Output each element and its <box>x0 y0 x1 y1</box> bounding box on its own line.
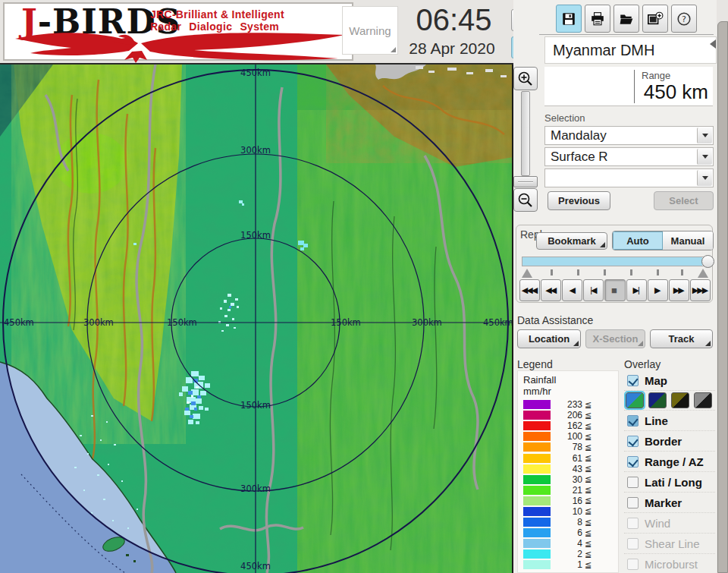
legend-item: 162≦ <box>523 420 618 431</box>
replay-slider-fill <box>522 257 702 266</box>
image-add-icon <box>647 11 664 27</box>
select-button[interactable]: Select <box>654 191 714 210</box>
border-checkbox[interactable] <box>627 436 639 447</box>
fast-rewind-3-button[interactable]: ◀◀◀ <box>519 279 540 301</box>
step-forward-button[interactable]: ▶| <box>626 279 647 301</box>
print-button[interactable] <box>585 5 610 33</box>
location-label: Location <box>529 333 570 345</box>
overlay-row-shear-line: Shear Line <box>624 534 715 554</box>
bookmark-label: Bookmark <box>548 235 596 247</box>
xsection-grip <box>638 341 643 346</box>
overlay-row-line[interactable]: Line <box>624 411 715 431</box>
extra-dropdown[interactable] <box>544 168 714 187</box>
legend-value: 4 <box>551 538 582 549</box>
legend-value: 21 <box>551 485 582 496</box>
overlay-item-label: Shear Line <box>645 537 700 550</box>
zoom-out-button[interactable] <box>513 188 538 212</box>
fast-forward-2-button[interactable]: ▶▶ <box>669 279 689 301</box>
overlay-row-marker[interactable]: Marker <box>624 493 715 513</box>
xsection-button[interactable]: X-Section <box>585 329 645 348</box>
legend-value: 233 <box>551 399 582 410</box>
map-style-swatches <box>624 391 715 411</box>
product-dropdown[interactable]: Surface R <box>544 147 714 166</box>
line-checkbox[interactable] <box>627 415 639 427</box>
map-style-4[interactable] <box>694 392 712 408</box>
site-dropdown[interactable]: Mandalay <box>544 126 714 145</box>
replay-slider[interactable] <box>522 257 708 266</box>
range-divider <box>634 70 635 103</box>
range-az-checkbox[interactable] <box>627 456 639 468</box>
save-button[interactable] <box>556 5 582 33</box>
radar-map[interactable]: 450km 300km 150km 150km 300km 450km 450k… <box>0 65 513 573</box>
overlay-row-microburst: Microburst <box>624 554 715 573</box>
map-style-2[interactable] <box>648 392 667 408</box>
legend-item: 1≦ <box>523 559 618 570</box>
help-button[interactable]: ? <box>671 5 697 33</box>
zoom-in-button[interactable] <box>513 67 538 90</box>
ring-label: 300km <box>240 145 271 156</box>
overlay-row-range-az[interactable]: Range / AZ <box>624 452 715 472</box>
legend-label: Legend <box>517 358 553 370</box>
jbirds-app: J-BIRDS JRC-Brilliant & Intelligent Rada… <box>0 0 728 573</box>
fast-forward-3-button[interactable]: ▶▶▶ <box>690 279 711 301</box>
track-label: Track <box>669 333 695 345</box>
manual-tab[interactable]: Manual <box>663 231 713 250</box>
legend-value: 10 <box>551 506 582 517</box>
overlay-label: Overlay <box>624 358 661 370</box>
map-checkbox[interactable] <box>627 375 639 386</box>
map-style-1[interactable] <box>626 392 644 408</box>
replay-slider-handle[interactable] <box>701 255 714 268</box>
overlay-row-border[interactable]: Border <box>624 431 715 452</box>
legend-operator: ≦ <box>585 485 592 495</box>
clock-time: 06:45 <box>403 3 505 37</box>
overlay-row-map[interactable]: Map <box>624 370 715 391</box>
map-zoom-control <box>513 67 540 213</box>
zoom-out-icon <box>517 192 534 209</box>
tick <box>577 269 579 275</box>
overlay-item-label: Marker <box>645 496 682 509</box>
legend-value: 61 <box>551 453 582 464</box>
bookmark-button[interactable]: Bookmark <box>536 232 607 250</box>
legend-item: 10≦ <box>523 506 618 517</box>
auto-tab[interactable]: Auto <box>613 231 663 250</box>
warning-button[interactable]: Warning <box>342 6 398 55</box>
open-folder-button[interactable] <box>613 5 639 33</box>
legend-value: 100 <box>551 431 582 442</box>
capture-button[interactable] <box>642 5 668 33</box>
product-dropdown-button[interactable] <box>697 149 712 165</box>
location-button[interactable]: Location <box>517 329 581 348</box>
track-button[interactable]: Track <box>650 329 713 348</box>
legend-operator: ≦ <box>585 464 592 474</box>
zoom-slider-handle[interactable] <box>513 176 538 187</box>
data-assistance-label: Data Assistance <box>517 314 593 326</box>
map-style-3[interactable] <box>671 392 689 408</box>
track-grip <box>705 341 711 346</box>
replay-mode-switch: Auto Manual <box>612 231 714 250</box>
zoom-slider-track[interactable] <box>521 91 530 176</box>
tick <box>604 269 606 275</box>
play-button[interactable]: ▶ <box>648 279 668 301</box>
previous-button[interactable]: Previous <box>548 191 610 210</box>
ring-label: 450km <box>483 317 513 328</box>
overlay-row-lati-long[interactable]: Lati / Long <box>624 472 715 493</box>
overlay-item-label: Line <box>645 414 668 427</box>
step-back-button[interactable]: |◀ <box>583 279 604 301</box>
legend-color <box>523 454 551 463</box>
collapse-left-icon[interactable] <box>710 39 716 49</box>
marker-checkbox[interactable] <box>627 497 639 508</box>
fast-rewind-2-button[interactable]: ◀◀ <box>541 279 561 301</box>
play-backward-button[interactable]: ◀ <box>562 279 582 301</box>
panel-collapse-strip[interactable] <box>717 21 728 573</box>
overlay-item-label: Microburst <box>645 558 698 571</box>
ring-label: 450km <box>240 68 271 78</box>
site-dropdown-button[interactable] <box>697 128 712 143</box>
toolbar-separator <box>539 34 714 35</box>
legend-item: 100≦ <box>523 431 618 442</box>
extra-dropdown-button[interactable] <box>697 170 712 186</box>
playback-controls: ◀◀◀ ◀◀ ◀ |◀ ■ ▶| ▶ ▶▶ ▶▶▶ <box>519 279 711 301</box>
legend-color <box>523 475 551 484</box>
stop-button[interactable]: ■ <box>604 279 625 301</box>
selection-label: Selection <box>544 112 585 124</box>
lati-long-checkbox[interactable] <box>627 477 639 488</box>
tick <box>657 269 659 275</box>
